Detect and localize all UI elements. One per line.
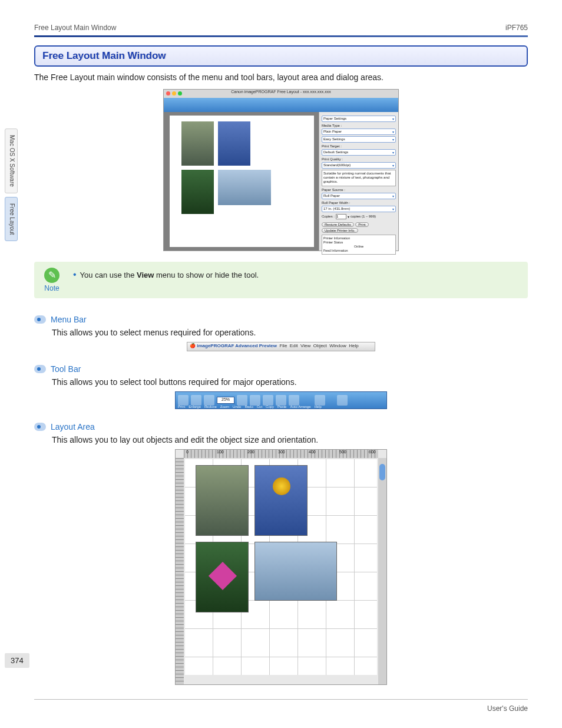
media-type-label: Media Type : [322,124,396,127]
header-divider [34,35,528,37]
menu-bar-heading: Menu Bar [51,315,87,324]
footer-text: User's Guide [34,704,528,727]
reduce-icon[interactable] [204,395,214,406]
note-block: Note • You can use the View menu to show… [34,262,528,298]
enlarge-icon[interactable] [191,395,201,406]
layout-object[interactable] [196,542,249,612]
roll-width-label: Roll Paper Width : [322,201,396,205]
layout-object[interactable] [218,121,250,166]
cut-icon[interactable] [263,395,273,406]
paper-source-label: Paper Source : [322,188,396,192]
free-layout-window-screenshot: Canon imagePROGRAF Free Layout - xxx.xxx… [163,89,399,251]
section-title-box: Free Layout Main Window [34,45,528,67]
layout-object[interactable] [181,170,214,214]
zoom-icon[interactable] [178,91,182,95]
close-icon[interactable] [166,91,170,95]
layout-object[interactable] [254,542,337,601]
scrollbar-thumb[interactable] [379,464,385,480]
layout-object[interactable] [196,465,249,536]
section-title: Free Layout Main Window [42,50,520,62]
print-button[interactable]: Print [355,222,368,227]
update-printer-info-button[interactable]: Update Printer Info. [322,228,358,233]
note-text: You can use the View menu to show or hid… [80,271,259,279]
copies-input[interactable] [336,214,346,219]
copies-stepper[interactable]: ▾ [348,215,349,219]
restore-defaults-button[interactable]: Restore Defaults [322,222,354,227]
quality-description: Suitable for printing normal documents t… [322,170,396,186]
header-left: Free Layout Main Window [34,24,116,32]
bullet-oval-icon [34,365,46,373]
paste-icon[interactable] [289,395,299,406]
layout-object[interactable] [218,170,271,205]
note-icon [44,268,59,283]
print-icon[interactable] [178,395,189,406]
dialog-panel: Paper Settings▾ Media Type : Plain Paper… [319,112,398,251]
vertical-ruler [176,458,184,684]
help-icon[interactable] [337,395,348,406]
layout-area-preview[interactable] [164,112,319,251]
tool-bar-desc: This allows you to select tool buttons r… [52,377,528,387]
media-type-dropdown[interactable]: Plain Paper▾ [322,129,396,135]
tool-bar-heading: Tool Bar [51,364,81,374]
minimize-icon[interactable] [172,91,176,95]
zoom-field[interactable]: 25% [217,397,234,404]
print-target-dropdown[interactable]: Default Settings▾ [322,149,396,156]
footer-divider [34,699,528,700]
copies-range: copies (1 – 999) [351,215,376,218]
redo-icon[interactable] [250,395,260,406]
window-title: Canon imagePROGRAF Free Layout - xxx.xxx… [231,90,331,94]
undo-icon[interactable] [237,395,247,406]
paper-source-dropdown[interactable]: Roll Paper▾ [322,193,396,199]
roll-width-dropdown[interactable]: 17 in. (431.8mm)▾ [322,206,396,212]
layout-area-heading: Layout Area [51,422,95,431]
note-label: Note [44,284,59,292]
horizontal-ruler: 0 100 200 300 400 500 600 [184,450,378,458]
layout-area-screenshot: 0 100 200 300 400 500 600 [175,449,387,685]
print-quality-label: Print Quality : [322,157,396,161]
copy-icon[interactable] [276,395,286,406]
menu-bar-desc: This allows you to select menus required… [52,328,528,337]
vertical-scrollbar[interactable] [378,458,386,676]
auto-arrange-icon[interactable] [315,395,325,406]
print-quality-dropdown[interactable]: Standard(600dpi)▾ [322,162,396,169]
scrollbar-arrows[interactable] [378,668,386,684]
layout-object[interactable] [254,465,308,536]
print-target-label: Print Target : [322,144,396,148]
bullet-icon: • [73,270,77,279]
easy-settings-dropdown[interactable]: Easy Settings▾ [322,136,396,143]
toolbar [164,98,398,112]
bullet-oval-icon [34,423,46,431]
tool-bar-screenshot: 25% Print Enlarge Reduce Zoom Undo Redo … [175,391,387,409]
intro-text: The Free Layout main window consists of … [34,73,528,82]
menu-bar-screenshot: 🍎 imagePROGRAF Advanced Preview File Edi… [187,342,375,351]
copies-label: Copies : [322,215,335,218]
printer-info-box: Printer Information Printer Status Onlin… [322,235,396,255]
header-right: iPF765 [505,24,528,32]
layout-object[interactable] [181,121,214,166]
bullet-oval-icon [34,315,46,324]
layout-canvas[interactable] [185,459,377,675]
paper-settings-dropdown[interactable]: Paper Settings▾ [322,116,396,122]
layout-area-desc: This allows you to lay out objects and e… [52,435,528,444]
